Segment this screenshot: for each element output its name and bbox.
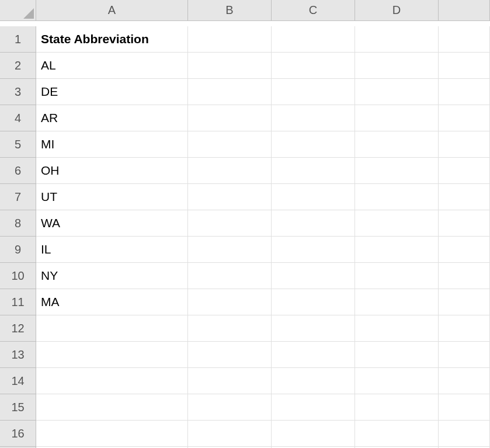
cell-D12[interactable] <box>355 315 439 342</box>
row-header-11[interactable]: 11 <box>0 289 36 315</box>
cell-C7[interactable] <box>272 184 355 210</box>
cell-E8[interactable] <box>439 210 490 237</box>
cell-E12[interactable] <box>439 315 490 342</box>
cell-D16[interactable] <box>355 421 439 447</box>
row-header-8[interactable]: 8 <box>0 210 36 237</box>
cell-A2[interactable]: AL <box>36 53 188 79</box>
cell-C16[interactable] <box>272 421 355 447</box>
cell-B13[interactable] <box>188 342 272 368</box>
cell-A16[interactable] <box>36 421 188 447</box>
cell-A15[interactable] <box>36 394 188 421</box>
cell-D14[interactable] <box>355 368 439 394</box>
cell-E4[interactable] <box>439 105 490 131</box>
cell-E9[interactable] <box>439 237 490 263</box>
row-header-12[interactable]: 12 <box>0 315 36 342</box>
column-header-A[interactable]: A <box>36 0 188 21</box>
cell-D9[interactable] <box>355 237 439 263</box>
row-header-4[interactable]: 4 <box>0 105 36 131</box>
select-all-corner[interactable] <box>0 0 36 21</box>
cell-A4[interactable]: AR <box>36 105 188 131</box>
cell-A12[interactable] <box>36 315 188 342</box>
cell-B2[interactable] <box>188 53 272 79</box>
row-header-15[interactable]: 15 <box>0 394 36 421</box>
cell-B9[interactable] <box>188 237 272 263</box>
column-header-C[interactable]: C <box>272 0 355 21</box>
cell-C15[interactable] <box>272 394 355 421</box>
cell-A10[interactable]: NY <box>36 263 188 289</box>
cell-A14[interactable] <box>36 368 188 394</box>
cell-D15[interactable] <box>355 394 439 421</box>
cell-E16[interactable] <box>439 421 490 447</box>
cell-D3[interactable] <box>355 79 439 105</box>
row-header-14[interactable]: 14 <box>0 368 36 394</box>
cell-B4[interactable] <box>188 105 272 131</box>
cell-C11[interactable] <box>272 289 355 315</box>
cell-B6[interactable] <box>188 158 272 184</box>
cell-E3[interactable] <box>439 79 490 105</box>
cell-C5[interactable] <box>272 131 355 158</box>
cell-D6[interactable] <box>355 158 439 184</box>
cell-A7[interactable]: UT <box>36 184 188 210</box>
cell-B15[interactable] <box>188 394 272 421</box>
cell-B11[interactable] <box>188 289 272 315</box>
cell-E7[interactable] <box>439 184 490 210</box>
cell-E2[interactable] <box>439 53 490 79</box>
cell-E15[interactable] <box>439 394 490 421</box>
row-header-7[interactable]: 7 <box>0 184 36 210</box>
cell-A1[interactable]: State Abbreviation <box>36 26 188 53</box>
cell-D4[interactable] <box>355 105 439 131</box>
cell-D5[interactable] <box>355 131 439 158</box>
cell-A11[interactable]: MA <box>36 289 188 315</box>
cell-E5[interactable] <box>439 131 490 158</box>
cell-B8[interactable] <box>188 210 272 237</box>
cell-B5[interactable] <box>188 131 272 158</box>
cell-C8[interactable] <box>272 210 355 237</box>
cell-E10[interactable] <box>439 263 490 289</box>
cell-B12[interactable] <box>188 315 272 342</box>
cell-B14[interactable] <box>188 368 272 394</box>
cell-A5[interactable]: MI <box>36 131 188 158</box>
row-header-5[interactable]: 5 <box>0 131 36 158</box>
cell-B10[interactable] <box>188 263 272 289</box>
cell-D13[interactable] <box>355 342 439 368</box>
cell-D2[interactable] <box>355 53 439 79</box>
row-header-10[interactable]: 10 <box>0 263 36 289</box>
cell-C9[interactable] <box>272 237 355 263</box>
cell-C14[interactable] <box>272 368 355 394</box>
row-header-3[interactable]: 3 <box>0 79 36 105</box>
cell-B16[interactable] <box>188 421 272 447</box>
row-header-16[interactable]: 16 <box>0 421 36 447</box>
cell-D8[interactable] <box>355 210 439 237</box>
cell-E6[interactable] <box>439 158 490 184</box>
cell-D7[interactable] <box>355 184 439 210</box>
row-header-13[interactable]: 13 <box>0 342 36 368</box>
cell-B1[interactable] <box>188 26 272 53</box>
cell-C2[interactable] <box>272 53 355 79</box>
cell-D11[interactable] <box>355 289 439 315</box>
column-header-D[interactable]: D <box>355 0 439 21</box>
cell-B7[interactable] <box>188 184 272 210</box>
cell-C13[interactable] <box>272 342 355 368</box>
cell-C12[interactable] <box>272 315 355 342</box>
cell-A6[interactable]: OH <box>36 158 188 184</box>
row-header-6[interactable]: 6 <box>0 158 36 184</box>
cell-A8[interactable]: WA <box>36 210 188 237</box>
column-header-E[interactable] <box>439 0 490 21</box>
cell-C10[interactable] <box>272 263 355 289</box>
cell-A13[interactable] <box>36 342 188 368</box>
cell-A3[interactable]: DE <box>36 79 188 105</box>
row-header-1[interactable]: 1 <box>0 26 36 53</box>
row-header-9[interactable]: 9 <box>0 237 36 263</box>
cell-E11[interactable] <box>439 289 490 315</box>
cell-D1[interactable] <box>355 26 439 53</box>
cell-D10[interactable] <box>355 263 439 289</box>
cell-C4[interactable] <box>272 105 355 131</box>
cell-E14[interactable] <box>439 368 490 394</box>
row-header-2[interactable]: 2 <box>0 53 36 79</box>
cell-E13[interactable] <box>439 342 490 368</box>
cell-C6[interactable] <box>272 158 355 184</box>
column-header-B[interactable]: B <box>188 0 272 21</box>
cell-B3[interactable] <box>188 79 272 105</box>
cell-A9[interactable]: IL <box>36 237 188 263</box>
cell-C1[interactable] <box>272 26 355 53</box>
